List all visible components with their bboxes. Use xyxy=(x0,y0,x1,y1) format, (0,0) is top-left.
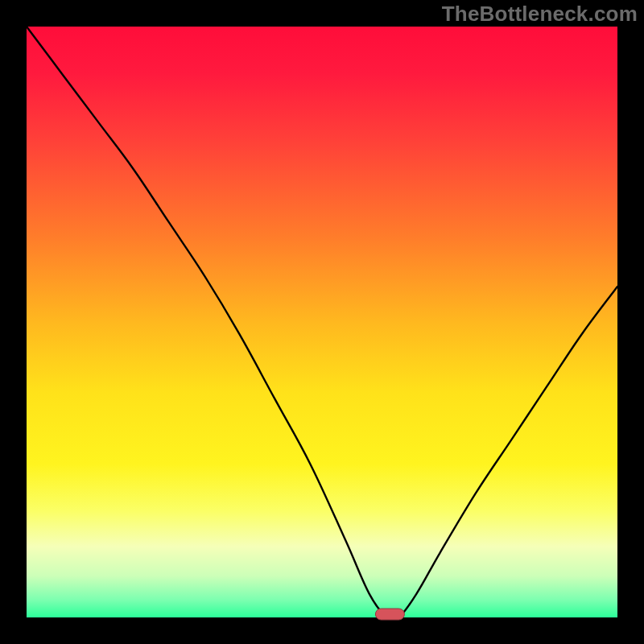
chart-frame: { "watermark": "TheBottleneck.com", "col… xyxy=(0,0,644,644)
bottleneck-chart xyxy=(0,0,644,644)
optimum-marker xyxy=(375,609,404,620)
gradient-background xyxy=(27,27,617,617)
